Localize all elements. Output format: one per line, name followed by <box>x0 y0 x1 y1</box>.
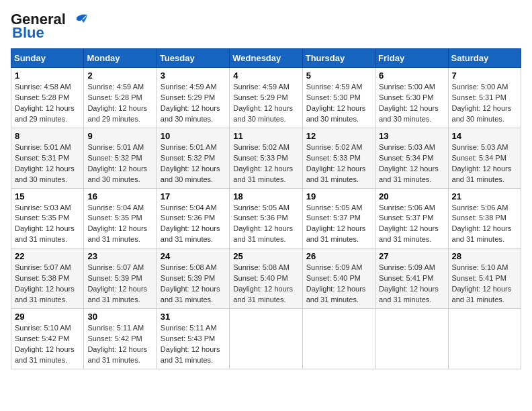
day-info: Sunrise: 4:58 AMSunset: 5:28 PMDaylight:… <box>15 83 75 123</box>
calendar-cell: 23 Sunrise: 5:07 AMSunset: 5:39 PMDaylig… <box>84 248 157 309</box>
day-info: Sunrise: 5:04 AMSunset: 5:36 PMDaylight:… <box>161 203 220 244</box>
calendar-cell: 19 Sunrise: 5:05 AMSunset: 5:37 PMDaylig… <box>302 188 375 248</box>
day-number: 7 <box>452 71 517 81</box>
calendar-table: SundayMondayTuesdayWednesdayThursdayFrid… <box>11 48 521 369</box>
calendar-week-row: 29 Sunrise: 5:10 AMSunset: 5:42 PMDaylig… <box>11 309 521 369</box>
day-number: 15 <box>15 191 80 201</box>
calendar-cell: 31 Sunrise: 5:11 AMSunset: 5:43 PMDaylig… <box>157 309 229 369</box>
day-number: 8 <box>15 131 80 141</box>
calendar-cell: 6 Sunrise: 5:00 AMSunset: 5:30 PMDayligh… <box>375 68 448 128</box>
day-info: Sunrise: 5:06 AMSunset: 5:37 PMDaylight:… <box>379 203 439 244</box>
day-info: Sunrise: 5:08 AMSunset: 5:40 PMDaylight:… <box>233 263 293 304</box>
day-number: 17 <box>161 191 226 201</box>
calendar-cell: 28 Sunrise: 5:10 AMSunset: 5:41 PMDaylig… <box>448 248 521 309</box>
day-number: 26 <box>306 251 371 261</box>
calendar-cell: 21 Sunrise: 5:06 AMSunset: 5:38 PMDaylig… <box>448 188 521 248</box>
day-number: 25 <box>233 251 298 261</box>
day-number: 10 <box>161 131 226 141</box>
day-info: Sunrise: 5:08 AMSunset: 5:39 PMDaylight:… <box>161 263 220 304</box>
day-info: Sunrise: 5:02 AMSunset: 5:33 PMDaylight:… <box>233 143 293 183</box>
day-number: 2 <box>87 71 152 81</box>
day-info: Sunrise: 5:02 AMSunset: 5:33 PMDaylight:… <box>306 143 366 183</box>
weekday-header-thursday: Thursday <box>302 49 375 68</box>
day-info: Sunrise: 5:07 AMSunset: 5:38 PMDaylight:… <box>15 263 75 304</box>
day-number: 6 <box>379 71 444 81</box>
calendar-cell: 4 Sunrise: 4:59 AMSunset: 5:29 PMDayligh… <box>230 68 302 128</box>
calendar-cell: 16 Sunrise: 5:04 AMSunset: 5:35 PMDaylig… <box>84 188 157 248</box>
calendar-cell: 3 Sunrise: 4:59 AMSunset: 5:29 PMDayligh… <box>157 68 229 128</box>
day-info: Sunrise: 5:11 AMSunset: 5:43 PMDaylight:… <box>161 324 220 364</box>
day-info: Sunrise: 5:09 AMSunset: 5:41 PMDaylight:… <box>379 263 439 304</box>
day-number: 9 <box>87 131 152 141</box>
day-number: 18 <box>233 191 298 201</box>
day-number: 4 <box>233 71 298 81</box>
day-number: 16 <box>87 191 152 201</box>
calendar-week-row: 22 Sunrise: 5:07 AMSunset: 5:38 PMDaylig… <box>11 248 521 309</box>
page-header: General Blue <box>11 11 521 42</box>
day-info: Sunrise: 5:00 AMSunset: 5:31 PMDaylight:… <box>452 83 512 123</box>
day-info: Sunrise: 5:03 AMSunset: 5:34 PMDaylight:… <box>452 143 512 183</box>
day-info: Sunrise: 5:01 AMSunset: 5:32 PMDaylight:… <box>161 143 220 183</box>
calendar-cell: 8 Sunrise: 5:01 AMSunset: 5:31 PMDayligh… <box>11 128 84 188</box>
calendar-cell: 30 Sunrise: 5:11 AMSunset: 5:42 PMDaylig… <box>84 309 157 369</box>
weekday-header-tuesday: Tuesday <box>157 49 229 68</box>
calendar-cell: 29 Sunrise: 5:10 AMSunset: 5:42 PMDaylig… <box>11 309 84 369</box>
calendar-cell <box>302 309 375 369</box>
day-info: Sunrise: 5:01 AMSunset: 5:32 PMDaylight:… <box>87 143 147 183</box>
calendar-cell: 9 Sunrise: 5:01 AMSunset: 5:32 PMDayligh… <box>84 128 157 188</box>
day-info: Sunrise: 5:01 AMSunset: 5:31 PMDaylight:… <box>15 143 75 183</box>
calendar-cell: 14 Sunrise: 5:03 AMSunset: 5:34 PMDaylig… <box>448 128 521 188</box>
calendar-week-row: 1 Sunrise: 4:58 AMSunset: 5:28 PMDayligh… <box>11 68 521 128</box>
logo-bird-icon <box>67 12 89 27</box>
day-number: 1 <box>15 71 80 81</box>
calendar-cell: 24 Sunrise: 5:08 AMSunset: 5:39 PMDaylig… <box>157 248 229 309</box>
day-number: 19 <box>306 191 371 201</box>
day-number: 27 <box>379 251 444 261</box>
day-info: Sunrise: 5:06 AMSunset: 5:38 PMDaylight:… <box>452 203 512 244</box>
day-number: 24 <box>161 251 226 261</box>
day-number: 28 <box>452 251 517 261</box>
day-number: 30 <box>87 312 152 322</box>
calendar-cell: 22 Sunrise: 5:07 AMSunset: 5:38 PMDaylig… <box>11 248 84 309</box>
weekday-header-monday: Monday <box>84 49 157 68</box>
day-number: 20 <box>379 191 444 201</box>
day-info: Sunrise: 5:10 AMSunset: 5:42 PMDaylight:… <box>15 324 75 364</box>
day-info: Sunrise: 5:03 AMSunset: 5:35 PMDaylight:… <box>15 203 75 244</box>
calendar-cell: 27 Sunrise: 5:09 AMSunset: 5:41 PMDaylig… <box>375 248 448 309</box>
calendar-week-row: 8 Sunrise: 5:01 AMSunset: 5:31 PMDayligh… <box>11 128 521 188</box>
weekday-header-row: SundayMondayTuesdayWednesdayThursdayFrid… <box>11 49 521 68</box>
logo: General Blue <box>11 11 89 42</box>
calendar-cell: 25 Sunrise: 5:08 AMSunset: 5:40 PMDaylig… <box>230 248 302 309</box>
calendar-cell: 5 Sunrise: 4:59 AMSunset: 5:30 PMDayligh… <box>302 68 375 128</box>
calendar-cell: 20 Sunrise: 5:06 AMSunset: 5:37 PMDaylig… <box>375 188 448 248</box>
day-number: 22 <box>15 251 80 261</box>
day-number: 23 <box>87 251 152 261</box>
calendar-cell <box>375 309 448 369</box>
logo-text-blue: Blue <box>12 24 44 42</box>
calendar-cell: 17 Sunrise: 5:04 AMSunset: 5:36 PMDaylig… <box>157 188 229 248</box>
calendar-cell: 1 Sunrise: 4:58 AMSunset: 5:28 PMDayligh… <box>11 68 84 128</box>
weekday-header-friday: Friday <box>375 49 448 68</box>
day-info: Sunrise: 5:05 AMSunset: 5:37 PMDaylight:… <box>306 203 366 244</box>
day-number: 12 <box>306 131 371 141</box>
day-info: Sunrise: 5:07 AMSunset: 5:39 PMDaylight:… <box>87 263 147 304</box>
calendar-cell: 11 Sunrise: 5:02 AMSunset: 5:33 PMDaylig… <box>230 128 302 188</box>
day-number: 14 <box>452 131 517 141</box>
day-number: 3 <box>161 71 226 81</box>
calendar-cell: 12 Sunrise: 5:02 AMSunset: 5:33 PMDaylig… <box>302 128 375 188</box>
calendar-cell: 26 Sunrise: 5:09 AMSunset: 5:40 PMDaylig… <box>302 248 375 309</box>
day-number: 29 <box>15 312 80 322</box>
weekday-header-sunday: Sunday <box>11 49 84 68</box>
calendar-cell: 2 Sunrise: 4:59 AMSunset: 5:28 PMDayligh… <box>84 68 157 128</box>
calendar-cell <box>448 309 521 369</box>
calendar-cell: 15 Sunrise: 5:03 AMSunset: 5:35 PMDaylig… <box>11 188 84 248</box>
weekday-header-wednesday: Wednesday <box>230 49 302 68</box>
weekday-header-saturday: Saturday <box>448 49 521 68</box>
day-info: Sunrise: 4:59 AMSunset: 5:29 PMDaylight:… <box>161 83 220 123</box>
calendar-cell: 10 Sunrise: 5:01 AMSunset: 5:32 PMDaylig… <box>157 128 229 188</box>
calendar-week-row: 15 Sunrise: 5:03 AMSunset: 5:35 PMDaylig… <box>11 188 521 248</box>
day-info: Sunrise: 5:11 AMSunset: 5:42 PMDaylight:… <box>87 324 147 364</box>
day-number: 11 <box>233 131 298 141</box>
day-info: Sunrise: 5:03 AMSunset: 5:34 PMDaylight:… <box>379 143 439 183</box>
calendar-cell <box>230 309 302 369</box>
